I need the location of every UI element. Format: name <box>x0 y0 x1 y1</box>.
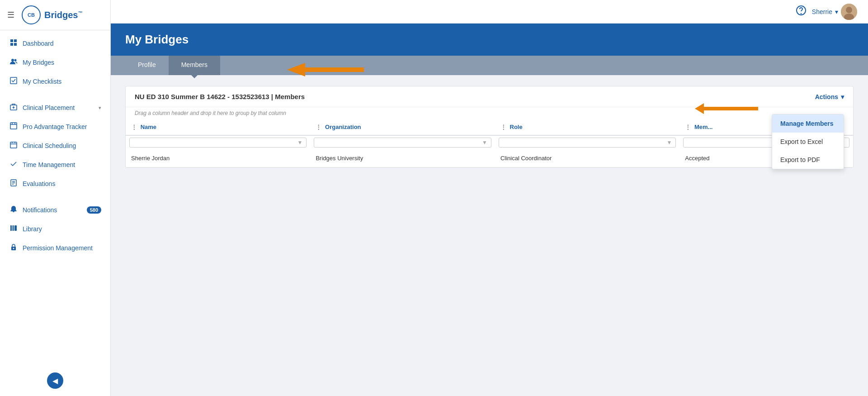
tab-bar-wrapper: Profile Members <box>111 56 868 75</box>
sidebar-item-clinical-scheduling[interactable]: Clinical Scheduling <box>0 136 110 155</box>
cell-name: Sherrie Jordan <box>126 149 310 167</box>
sidebar-navigation: Dashboard My Bridges My Checklists Clini… <box>0 30 110 365</box>
hamburger-menu[interactable]: ☰ <box>7 10 14 20</box>
sidebar-item-library[interactable]: Library <box>0 219 110 239</box>
topbar-chevron: ▾ <box>835 8 838 15</box>
sidebar-logo-area: ☰ CB Bridges™ <box>0 0 110 30</box>
col-sort-icon-mem: ⋮ <box>685 124 691 130</box>
sidebar-item-notifications-label: Notifications <box>23 206 82 214</box>
filter-cell-name: ▼ <box>126 135 310 149</box>
notifications-badge: 580 <box>87 206 101 214</box>
sidebar-item-pro-advantage-tracker[interactable]: Pro Advantage Tracker <box>0 117 110 136</box>
filter-role-input[interactable] <box>503 139 667 146</box>
section-header: NU ED 310 Summer B 14622 - 1532523613 | … <box>126 86 853 107</box>
avatar <box>841 4 857 20</box>
table-filter-row: ▼ ▼ ▼ <box>126 135 853 149</box>
clinical-placement-chevron: ▾ <box>99 105 101 111</box>
logo-icon: CB <box>22 5 41 24</box>
filter-org-input[interactable] <box>318 139 482 146</box>
topbar-user[interactable]: Sherrie ▾ <box>812 4 857 20</box>
sidebar-item-time-management-label: Time Management <box>23 161 101 168</box>
sidebar-item-my-checklists-label: My Checklists <box>23 78 101 85</box>
svg-rect-22 <box>10 225 12 231</box>
filter-org-box: ▼ <box>314 138 491 148</box>
topbar: Sherrie ▾ <box>111 0 868 24</box>
dropdown-item-export-pdf[interactable]: Export to PDF <box>772 151 844 169</box>
sidebar-bottom: ◀ <box>0 365 110 396</box>
page-header: My Bridges <box>111 24 868 56</box>
svg-rect-3 <box>14 43 17 46</box>
sidebar-item-my-checklists[interactable]: My Checklists <box>0 72 110 91</box>
filter-name-input[interactable] <box>133 139 297 146</box>
dropdown-item-export-excel[interactable]: Export to Excel <box>772 133 844 151</box>
my-bridges-icon <box>9 58 18 67</box>
filter-role-box: ▼ <box>499 138 676 148</box>
col-header-role[interactable]: ⋮ Role <box>495 119 679 135</box>
actions-label: Actions <box>815 93 838 100</box>
sidebar-item-library-label: Library <box>23 225 101 233</box>
svg-point-4 <box>11 59 14 62</box>
actions-button[interactable]: Actions ▾ <box>815 93 844 100</box>
time-management-icon <box>9 160 18 169</box>
drag-hint: Drag a column header and drop it here to… <box>126 107 853 119</box>
sidebar-item-notifications[interactable]: Notifications 580 <box>0 200 110 219</box>
filter-name-box: ▼ <box>129 138 307 148</box>
col-sort-icon-org: ⋮ <box>316 124 321 130</box>
sidebar-item-my-bridges-label: My Bridges <box>23 59 101 66</box>
svg-point-5 <box>14 59 17 62</box>
notifications-icon <box>9 205 18 215</box>
svg-point-30 <box>846 7 852 13</box>
cell-role: Clinical Coordinator <box>495 149 679 167</box>
filter-org-icon: ▼ <box>482 139 487 146</box>
dropdown-item-manage-members[interactable]: Manage Members <box>772 115 844 133</box>
svg-point-26 <box>13 248 14 249</box>
my-checklists-icon <box>9 77 18 86</box>
nav-divider-2 <box>0 193 110 200</box>
members-table: ⋮ Name ⋮ Organization ⋮ Role ⋮ <box>126 119 853 167</box>
sidebar-item-dashboard[interactable]: Dashboard <box>0 34 110 53</box>
content-area: NU ED 310 Summer B 14622 - 1532523613 | … <box>111 75 868 396</box>
sidebar-item-evaluations-label: Evaluations <box>23 180 101 187</box>
sidebar-item-dashboard-label: Dashboard <box>23 40 101 47</box>
nav-divider-1 <box>0 91 110 98</box>
svg-rect-2 <box>10 43 13 46</box>
tab-profile[interactable]: Profile <box>125 56 169 75</box>
col-header-name[interactable]: ⋮ Name <box>126 119 310 135</box>
sidebar-item-permission-management-label: Permission Management <box>23 244 101 252</box>
tab-members[interactable]: Members <box>169 56 220 75</box>
filter-name-icon: ▼ <box>297 139 303 146</box>
sidebar-item-permission-management[interactable]: Permission Management <box>0 239 110 258</box>
svg-rect-6 <box>10 77 17 84</box>
cell-organization: Bridges University <box>310 149 495 167</box>
svg-rect-10 <box>10 123 17 129</box>
permission-management-icon <box>9 243 18 253</box>
sidebar-item-time-management[interactable]: Time Management <box>0 155 110 174</box>
help-button[interactable] <box>796 5 807 18</box>
sidebar-item-evaluations[interactable]: Evaluations <box>0 174 110 193</box>
library-icon <box>9 224 18 234</box>
col-sort-icon-role: ⋮ <box>500 124 506 130</box>
col-header-organization[interactable]: ⋮ Organization <box>310 119 495 135</box>
sidebar-item-my-bridges[interactable]: My Bridges <box>0 53 110 72</box>
svg-rect-23 <box>13 225 14 231</box>
tab-bar: Profile Members <box>111 56 868 75</box>
main-content: Sherrie ▾ My Bridges Profile Members <box>111 0 868 396</box>
evaluations-icon <box>9 179 18 188</box>
topbar-username: Sherrie <box>812 8 832 15</box>
section-box: NU ED 310 Summer B 14622 - 1532523613 | … <box>125 86 854 168</box>
collapse-icon: ◀ <box>52 377 58 385</box>
sidebar-item-pro-advantage-tracker-label: Pro Advantage Tracker <box>23 123 101 130</box>
sidebar-item-clinical-placement-label: Clinical Placement <box>23 104 94 111</box>
table-header-row: ⋮ Name ⋮ Organization ⋮ Role ⋮ <box>126 119 853 135</box>
sidebar-collapse-button[interactable]: ◀ <box>47 372 63 389</box>
col-sort-icon-name: ⋮ <box>131 124 137 130</box>
section-title: NU ED 310 Summer B 14622 - 1532523613 | … <box>135 93 305 100</box>
sidebar-item-clinical-placement[interactable]: Clinical Placement ▾ <box>0 98 110 117</box>
pro-advantage-tracker-icon <box>9 122 18 131</box>
svg-rect-1 <box>14 39 17 42</box>
table-row: Sherrie Jordan Bridges University Clinic… <box>126 149 853 167</box>
svg-rect-24 <box>14 225 17 231</box>
filter-cell-role: ▼ <box>495 135 679 149</box>
sidebar: ☰ CB Bridges™ Dashboard My Bridges My Ch… <box>0 0 111 396</box>
page-title: My Bridges <box>125 33 854 47</box>
